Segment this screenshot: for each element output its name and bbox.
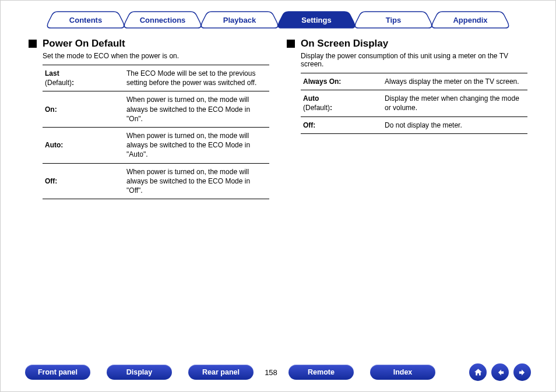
tab-label: Contents: [69, 16, 102, 24]
table-row: Auto(Default):Display the meter when cha…: [301, 90, 527, 116]
option-desc: When power is turned on, the mode will a…: [124, 91, 269, 128]
tab-contents[interactable]: Contents: [45, 11, 126, 29]
option-desc: Display the meter when changing the mode…: [382, 90, 527, 116]
tab-label: Connections: [140, 16, 186, 24]
on-screen-display-table: Always On:Always display the meter on th…: [301, 73, 527, 134]
right-column: On Screen Display Display the power cons…: [287, 38, 527, 199]
footer-bar: Front panel Display Rear panel 158 Remot…: [1, 363, 555, 381]
left-column: Power On Default Set the mode to ECO whe…: [29, 38, 269, 199]
nav-icons: [469, 363, 531, 381]
home-icon[interactable]: [469, 363, 487, 381]
option-desc: Do not display the meter.: [382, 116, 527, 133]
tab-label: Settings: [301, 16, 331, 24]
section-desc: Set the mode to ECO when the power is on…: [43, 52, 269, 60]
section-title-text: Power On Default: [43, 38, 125, 50]
option-name: Always On:: [301, 73, 382, 90]
option-desc: When power is turned on, the mode will a…: [124, 163, 269, 199]
next-page-icon[interactable]: [513, 363, 531, 381]
prev-page-icon[interactable]: [491, 363, 509, 381]
tab-playback[interactable]: Playback: [199, 11, 280, 29]
page-number: 158: [254, 368, 288, 377]
index-button[interactable]: Index: [370, 365, 435, 380]
table-row: Off:When power is turned on, the mode wi…: [43, 163, 269, 199]
display-button[interactable]: Display: [107, 365, 172, 380]
tab-tips[interactable]: Tips: [353, 11, 434, 29]
option-name: Last(Default):: [43, 65, 124, 91]
option-name: On:: [43, 91, 124, 128]
option-name: Auto:: [43, 127, 124, 163]
section-title-on-screen-display: On Screen Display: [287, 38, 527, 50]
option-name: Off:: [301, 116, 382, 133]
tab-label: Appendix: [453, 16, 487, 24]
square-bullet-icon: [287, 40, 295, 48]
table-row: On:When power is turned on, the mode wil…: [43, 91, 269, 128]
section-title-power-on-default: Power On Default: [29, 38, 269, 50]
table-row: Auto:When power is turned on, the mode w…: [43, 127, 269, 163]
option-name: Auto(Default):: [301, 90, 382, 116]
table-row: Last(Default):The ECO Mode will be set t…: [43, 65, 269, 91]
tab-appendix[interactable]: Appendix: [430, 11, 511, 29]
tab-label: Playback: [223, 16, 256, 24]
table-row: Off:Do not display the meter.: [301, 116, 527, 133]
rear-panel-button[interactable]: Rear panel: [188, 365, 254, 380]
front-panel-button[interactable]: Front panel: [25, 365, 90, 380]
tab-connections[interactable]: Connections: [122, 11, 203, 29]
section-desc: Display the power consumption of this un…: [301, 52, 527, 68]
remote-button[interactable]: Remote: [288, 365, 354, 380]
option-name: Off:: [43, 163, 124, 199]
option-desc: Always display the meter on the TV scree…: [382, 73, 527, 90]
option-desc: When power is turned on, the mode will a…: [124, 127, 269, 163]
option-desc: The ECO Mode will be set to the previous…: [124, 65, 269, 91]
tab-settings[interactable]: Settings: [276, 11, 357, 29]
square-bullet-icon: [29, 40, 37, 48]
section-title-text: On Screen Display: [301, 38, 388, 50]
content-area: Power On Default Set the mode to ECO whe…: [1, 33, 555, 199]
power-on-default-table: Last(Default):The ECO Mode will be set t…: [43, 65, 269, 199]
table-row: Always On:Always display the meter on th…: [301, 73, 527, 90]
top-tabs: ContentsConnectionsPlaybackSettingsTipsA…: [1, 1, 555, 33]
tab-label: Tips: [386, 16, 402, 24]
